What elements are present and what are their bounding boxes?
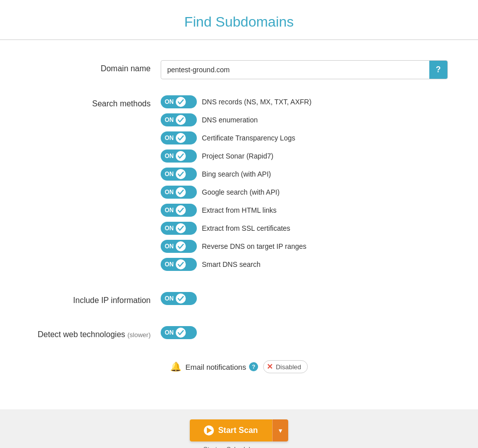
detect-web-label: Detect web technologies (slower) xyxy=(30,326,161,339)
include-ip-toggle-check xyxy=(176,293,186,304)
detect-web-toggle-label: ON xyxy=(165,329,174,336)
toggle-reverse-dns[interactable]: ON xyxy=(161,240,197,253)
toggle-dns-enum[interactable]: ON xyxy=(161,113,197,126)
footer-bar: Start Scan ▾ Start or Schedule a scan xyxy=(0,409,478,448)
domain-name-label: Domain name xyxy=(30,60,161,73)
toggle-row-google-search: ON Google search (with API) xyxy=(161,186,448,199)
dropdown-arrow-icon: ▾ xyxy=(279,426,282,434)
footer-hint: Start or Schedule a scan xyxy=(203,445,275,448)
page-header: Find Subdomains xyxy=(0,0,478,40)
search-methods-control: ON DNS records (NS, MX, TXT, AXFR) ON DN… xyxy=(161,95,448,276)
toggle-dns-records[interactable]: ON xyxy=(161,95,197,108)
email-help-button[interactable]: ? xyxy=(249,362,258,371)
toggle-html-links[interactable]: ON xyxy=(161,204,197,217)
toggle-on-label-2: ON xyxy=(165,116,174,123)
method-dns-records-label: DNS records (NS, MX, TXT, AXFR) xyxy=(202,98,311,106)
domain-help-button[interactable]: ? xyxy=(429,61,447,79)
toggle-smart-dns[interactable]: ON xyxy=(161,258,197,271)
toggle-row-reverse-dns: ON Reverse DNS on target IP ranges xyxy=(161,240,448,253)
toggle-check-icon-5 xyxy=(176,169,186,179)
toggle-row-include-ip: ON xyxy=(161,292,448,305)
toggle-on-label-8: ON xyxy=(165,225,174,232)
email-notifications-row: 🔔 Email notifications ? ✕ Disabled xyxy=(30,360,448,373)
toggle-include-ip[interactable]: ON xyxy=(161,292,197,305)
method-ssl-certs-label: Extract from SSL certificates xyxy=(202,224,290,232)
toggle-row-project-sonar: ON Project Sonar (Rapid7) xyxy=(161,150,448,163)
method-smart-dns-label: Smart DNS search xyxy=(202,260,261,268)
toggle-on-label: ON xyxy=(165,98,174,105)
start-scan-dropdown-button[interactable]: ▾ xyxy=(272,419,288,441)
bell-icon: 🔔 xyxy=(170,361,181,372)
detect-web-row: Detect web technologies (slower) ON xyxy=(30,326,448,344)
detect-web-control: ON xyxy=(161,326,448,344)
email-disabled-badge[interactable]: ✕ Disabled xyxy=(263,360,308,373)
method-google-search-label: Google search (with API) xyxy=(202,188,280,196)
email-notifications-label: Email notifications xyxy=(185,363,246,371)
domain-name-control: ? xyxy=(161,60,448,79)
toggle-on-label-4: ON xyxy=(165,153,174,160)
toggle-on-label-9: ON xyxy=(165,243,174,250)
toggle-check-icon-7 xyxy=(176,205,186,215)
toggle-row-dns-enum: ON DNS enumeration xyxy=(161,113,448,126)
include-ip-toggle-label: ON xyxy=(165,295,174,302)
toggle-check-icon-4 xyxy=(176,151,186,161)
toggle-bing-search[interactable]: ON xyxy=(161,168,197,181)
search-methods-label: Search methods xyxy=(30,95,161,108)
toggle-check-icon-6 xyxy=(176,187,186,197)
method-html-links-label: Extract from HTML links xyxy=(202,206,277,214)
include-ip-row: Include IP information ON xyxy=(30,292,448,310)
include-ip-control: ON xyxy=(161,292,448,310)
toggle-cert-transparency[interactable]: ON xyxy=(161,131,197,144)
domain-input-wrapper: ? xyxy=(161,60,448,79)
toggle-row-dns-records: ON DNS records (NS, MX, TXT, AXFR) xyxy=(161,95,448,108)
disabled-label: Disabled xyxy=(276,363,301,371)
detect-web-note: (slower) xyxy=(128,331,151,339)
toggle-row-bing-search: ON Bing search (with API) xyxy=(161,168,448,181)
include-ip-label: Include IP information xyxy=(30,292,161,305)
toggle-on-label-10: ON xyxy=(165,261,174,268)
toggle-google-search[interactable]: ON xyxy=(161,186,197,199)
toggle-check-icon-3 xyxy=(176,133,186,143)
toggle-row-detect-web: ON xyxy=(161,326,448,339)
toggle-row-cert-transparency: ON Certificate Transparency Logs xyxy=(161,131,448,144)
toggle-check-icon-10 xyxy=(176,259,186,269)
detect-web-toggle-check xyxy=(176,328,186,338)
play-icon xyxy=(204,425,214,435)
search-methods-row: Search methods ON DNS records (NS, MX, T… xyxy=(30,95,448,276)
domain-name-row: Domain name ? xyxy=(30,60,448,79)
method-reverse-dns-label: Reverse DNS on target IP ranges xyxy=(202,242,306,250)
toggle-on-label-6: ON xyxy=(165,189,174,196)
toggle-on-label-5: ON xyxy=(165,171,174,178)
method-bing-search-label: Bing search (with API) xyxy=(202,170,271,178)
toggle-row-ssl-certs: ON Extract from SSL certificates xyxy=(161,222,448,235)
toggle-row-html-links: ON Extract from HTML links xyxy=(161,204,448,217)
start-scan-button[interactable]: Start Scan xyxy=(190,419,272,441)
toggle-check-icon-9 xyxy=(176,241,186,251)
toggle-check-icon-2 xyxy=(176,115,186,125)
toggle-row-smart-dns: ON Smart DNS search xyxy=(161,258,448,271)
disabled-x-icon: ✕ xyxy=(267,362,273,371)
start-scan-group: Start Scan ▾ xyxy=(190,419,288,441)
toggle-check-icon xyxy=(176,97,186,107)
toggle-project-sonar[interactable]: ON xyxy=(161,150,197,163)
toggle-on-label-3: ON xyxy=(165,134,174,141)
start-scan-label: Start Scan xyxy=(218,426,258,435)
toggle-check-icon-8 xyxy=(176,223,186,233)
method-dns-enum-label: DNS enumeration xyxy=(202,116,258,124)
toggle-detect-web[interactable]: ON xyxy=(161,326,197,339)
main-content: Domain name ? Search methods ON DNS reco… xyxy=(0,40,478,409)
domain-name-input[interactable] xyxy=(161,62,429,78)
page-title: Find Subdomains xyxy=(0,14,478,30)
method-cert-transparency-label: Certificate Transparency Logs xyxy=(202,134,295,142)
method-project-sonar-label: Project Sonar (Rapid7) xyxy=(202,152,273,160)
toggle-on-label-7: ON xyxy=(165,207,174,214)
toggle-ssl-certs[interactable]: ON xyxy=(161,222,197,235)
